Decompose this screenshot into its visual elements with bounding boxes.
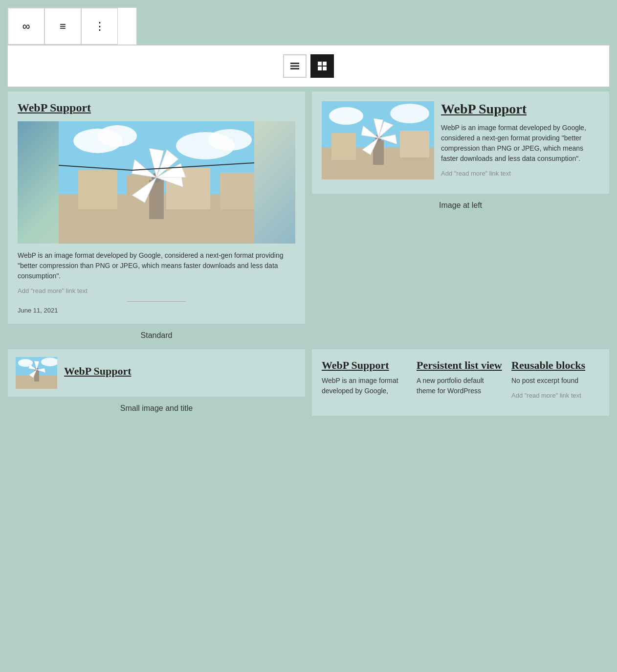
svg-rect-2 (290, 68, 299, 69)
svg-rect-0 (290, 63, 299, 64)
standard-card-image (18, 121, 295, 244)
list-icon (289, 61, 300, 71)
main-content: WebP Support (7, 91, 610, 416)
svg-rect-5 (318, 67, 322, 70)
windmill-svg-2 (322, 101, 434, 179)
multi-col-readmore-3: Add "read more" link text (511, 392, 599, 399)
toolbar-btn-2[interactable]: ≡ (44, 8, 81, 45)
windmill-svg-1 (18, 121, 295, 244)
image-at-left-card-wrapper: WebP Support WebP is an image format dev… (311, 91, 610, 343)
multi-col-text-1: WebP is an image format developed by Goo… (322, 376, 410, 396)
standard-card-label: Standard (7, 328, 306, 343)
standard-card-title: WebP Support (18, 101, 295, 114)
svg-rect-1 (290, 66, 299, 67)
standard-card-readmore: Add "read more" link text (18, 287, 295, 294)
list-view-btn[interactable] (283, 54, 307, 78)
small-image-card: WebP Support (7, 349, 306, 397)
image-at-left-text: WebP is an image format developed by Goo… (441, 123, 599, 164)
small-image-card-wrapper: WebP Support Small image and title (7, 349, 306, 416)
svg-rect-25 (331, 133, 356, 160)
svg-point-22 (329, 107, 363, 125)
image-at-left-label: Image at left (311, 198, 610, 213)
grid-icon (317, 61, 328, 71)
windmill-svg-3 (16, 357, 57, 389)
svg-rect-6 (323, 67, 327, 70)
image-at-left-title: WebP Support (441, 101, 599, 117)
multi-col-item-3: Reusable blocks No post excerpt found Ad… (511, 359, 599, 406)
image-at-left-image (322, 101, 434, 179)
multi-col-item-1: WebP Support WebP is an image format dev… (322, 359, 410, 406)
multi-col-card-wrapper: WebP Support WebP is an image format dev… (311, 349, 610, 416)
multi-col-title-2: Persistent list view (417, 359, 505, 372)
toolbar-btn-1[interactable]: ∞ (8, 8, 44, 45)
image-at-left-card: WebP Support WebP is an image format dev… (311, 91, 610, 194)
small-image-card-label: Small image and title (7, 401, 306, 416)
standard-card-wrapper: WebP Support (7, 91, 306, 343)
standard-card-date: June 11, 2021 (18, 307, 295, 314)
grid-view-btn[interactable] (310, 54, 334, 78)
svg-point-9 (98, 125, 137, 147)
image-at-left-layout: WebP Support WebP is an image format dev… (322, 101, 599, 184)
svg-rect-4 (323, 62, 327, 66)
svg-rect-3 (318, 62, 322, 66)
multi-col-title-1: WebP Support (322, 359, 410, 372)
view-selector-bar (7, 45, 610, 87)
standard-card-text: WebP is an image format developed by Goo… (18, 250, 295, 281)
standard-card: WebP Support (7, 91, 306, 324)
svg-rect-16 (220, 173, 254, 209)
image-at-left-right: WebP Support WebP is an image format dev… (441, 101, 599, 184)
multi-col-text-2: A new portfolio default theme for WordPr… (417, 376, 505, 396)
multi-col-item-2: Persistent list view A new portfolio def… (417, 359, 505, 406)
standard-card-divider (127, 301, 186, 302)
small-image (16, 357, 57, 389)
svg-point-11 (208, 129, 252, 151)
toolbar: ∞ ≡ ⋮ (7, 7, 137, 45)
image-at-left-readmore: Add "read more" link text (441, 170, 599, 177)
svg-point-23 (390, 104, 429, 123)
toolbar-btn-3[interactable]: ⋮ (81, 8, 118, 45)
small-image-card-title: WebP Support (64, 365, 132, 378)
svg-rect-26 (400, 131, 429, 157)
svg-rect-13 (78, 170, 117, 209)
multi-col-card: WebP Support WebP is an image format dev… (311, 349, 610, 416)
multi-col-title-3: Reusable blocks (511, 359, 599, 372)
multi-col-text-3: No post excerpt found (511, 376, 599, 386)
